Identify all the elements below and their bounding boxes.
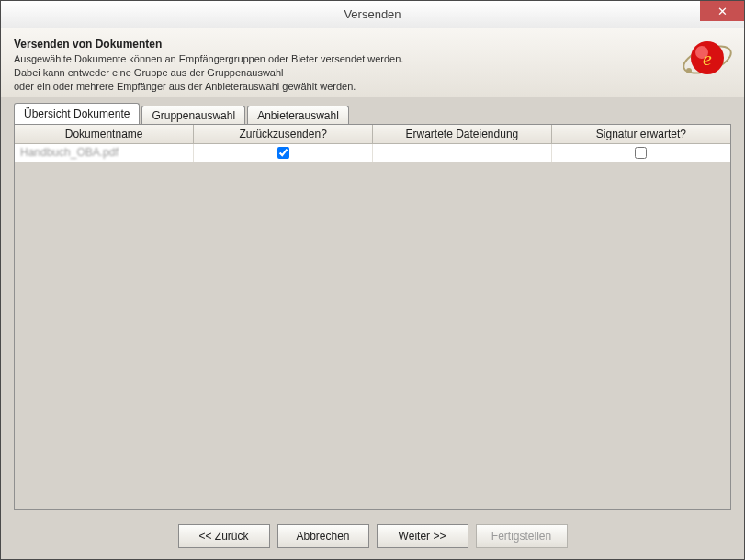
tab-overview-documents[interactable]: Übersicht Dokumente bbox=[14, 103, 140, 124]
tab-group-selection[interactable]: Gruppenauswahl bbox=[141, 106, 245, 125]
app-logo-icon: e bbox=[682, 34, 733, 85]
svg-text:e: e bbox=[703, 47, 712, 70]
documents-table: Dokumentname Zurückzusenden? Erwartete D… bbox=[15, 125, 730, 162]
cell-return bbox=[194, 143, 373, 162]
window-title: Versenden bbox=[1, 7, 744, 21]
close-icon: ✕ bbox=[717, 5, 728, 18]
col-expected-extension[interactable]: Erwartete Dateiendung bbox=[373, 125, 552, 144]
header-line-2: Dabei kann entweder eine Gruppe aus der … bbox=[14, 66, 731, 80]
wizard-button-row: << Zurück Abbrechen Weiter >> Fertigstel… bbox=[1, 517, 744, 559]
next-button[interactable]: Weiter >> bbox=[377, 524, 468, 548]
col-document-name[interactable]: Dokumentname bbox=[15, 125, 194, 144]
content-panel: Dokumentname Zurückzusenden? Erwartete D… bbox=[14, 124, 731, 510]
svg-point-4 bbox=[686, 68, 692, 73]
tab-strip: Übersicht Dokumente Gruppenauswahl Anbie… bbox=[1, 97, 744, 124]
col-return[interactable]: Zurückzusenden? bbox=[194, 125, 373, 144]
cell-document-name: Handbuch_OBA.pdf bbox=[15, 143, 194, 162]
close-button[interactable]: ✕ bbox=[700, 1, 744, 21]
signature-checkbox[interactable] bbox=[635, 147, 647, 159]
dialog-window: Versenden ✕ Versenden von Dokumenten Aus… bbox=[0, 0, 745, 560]
cancel-button[interactable]: Abbrechen bbox=[277, 524, 369, 548]
return-checkbox[interactable] bbox=[277, 147, 289, 159]
header-line-1: Ausgewählte Dokumente können an Empfänge… bbox=[14, 52, 731, 66]
header-description: Ausgewählte Dokumente können an Empfänge… bbox=[14, 52, 731, 94]
cell-signature bbox=[551, 143, 730, 162]
header-title: Versenden von Dokumenten bbox=[14, 38, 731, 50]
header-panel: Versenden von Dokumenten Ausgewählte Dok… bbox=[1, 28, 744, 97]
table-row[interactable]: Handbuch_OBA.pdf bbox=[15, 143, 730, 162]
finish-button: Fertigstellen bbox=[476, 524, 568, 548]
titlebar: Versenden ✕ bbox=[1, 1, 744, 28]
back-button[interactable]: << Zurück bbox=[178, 524, 270, 548]
col-signature-expected[interactable]: Signatur erwartet? bbox=[551, 125, 730, 144]
tab-vendor-selection[interactable]: Anbieterauswahl bbox=[247, 106, 349, 125]
header-line-3: oder ein oder mehrere Empfänger aus der … bbox=[14, 80, 731, 94]
cell-extension bbox=[373, 143, 552, 162]
table-header-row: Dokumentname Zurückzusenden? Erwartete D… bbox=[15, 125, 730, 144]
